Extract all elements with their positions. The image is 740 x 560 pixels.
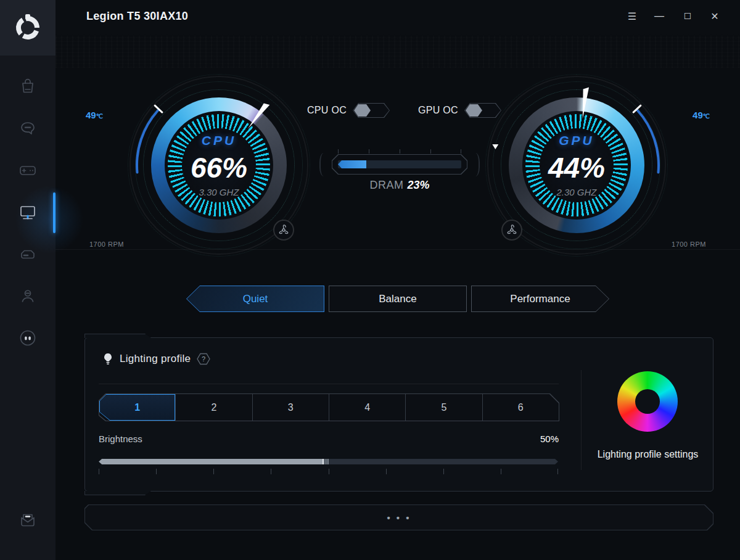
emoji-face-icon xyxy=(17,327,38,348)
mode-performance-button[interactable]: Performance xyxy=(471,286,609,312)
maximize-button[interactable]: ☐ xyxy=(678,7,697,25)
cpu-label: CPU xyxy=(202,133,236,148)
user-icon xyxy=(18,286,38,306)
lighting-panel-title: Lighting profile xyxy=(120,353,191,365)
cpu-gauge: CPU 66% 3.30 GHZ 49℃ 1700 RPM xyxy=(126,73,311,258)
dram-fill xyxy=(338,160,366,168)
profile-tab-3[interactable]: 3 xyxy=(253,394,329,421)
cpu-temp-unit: ℃ xyxy=(96,113,103,120)
dram-left-bracket xyxy=(319,153,328,176)
footer-expander-button[interactable]: • • • xyxy=(84,504,713,530)
thermal-mode-switcher: Quiet Balance Performance xyxy=(186,286,609,312)
lighting-profile-panel: Lighting profile ? 1 2 3 4 5 6 Brightnes… xyxy=(84,337,713,492)
lighting-settings-section: Lighting profile settings xyxy=(582,338,714,492)
brightness-value: 50% xyxy=(540,434,559,444)
cpu-temp: 49℃ xyxy=(86,110,103,120)
minimize-button[interactable]: — xyxy=(650,7,668,25)
profile-tab-5[interactable]: 5 xyxy=(406,394,482,421)
sidebar xyxy=(0,0,56,560)
sidebar-item-inbox[interactable] xyxy=(0,500,56,540)
help-icon[interactable]: ? xyxy=(197,353,210,365)
close-button[interactable]: ✕ xyxy=(705,7,724,25)
brightness-slider-ticks xyxy=(99,469,558,474)
profile-tab-1-label: 1 xyxy=(100,395,175,420)
brightness-slider-knob[interactable] xyxy=(323,454,334,469)
dashboard: CPU 66% 3.30 GHZ 49℃ 1700 RPM GPU 44% xyxy=(56,0,740,560)
profile-tabs-face: 1 2 3 4 5 6 xyxy=(99,394,559,421)
gpu-fan-rpm: 1700 RPM xyxy=(672,241,706,248)
gpu-oc-row: GPU OC xyxy=(418,102,501,118)
sidebar-item-store[interactable] xyxy=(0,67,56,106)
page-title: Legion T5 30IAX10 xyxy=(86,10,188,23)
dram-label: DRAM xyxy=(369,179,403,191)
dram-track xyxy=(338,160,461,168)
gpu-temp: 49℃ xyxy=(693,110,710,120)
color-wheel-hole xyxy=(635,389,660,414)
gpu-fan-icon xyxy=(501,220,522,241)
app-menu-button[interactable]: ☰ xyxy=(623,7,641,25)
gpu-oc-toggle[interactable] xyxy=(464,103,501,118)
sidebar-item-device[interactable] xyxy=(0,192,56,232)
cpu-oc-toggle[interactable] xyxy=(353,103,390,118)
gpu-oc-label: GPU OC xyxy=(418,105,458,116)
circuit-texture xyxy=(56,36,740,68)
mode-balance-button[interactable]: Balance xyxy=(329,286,467,312)
sidebar-item-messages[interactable] xyxy=(0,109,56,148)
dram-value: 23% xyxy=(407,179,429,191)
sidebar-item-feedback[interactable] xyxy=(0,318,56,358)
active-nav-indicator xyxy=(53,192,56,233)
dram-marker-lane xyxy=(338,144,495,149)
gpu-gauge: GPU 44% 2.30 GHZ 49℃ 1700 RPM xyxy=(484,73,669,258)
dram-right-bracket xyxy=(471,153,480,176)
console-drive-icon xyxy=(17,244,38,265)
lighting-panel-header: Lighting profile ? xyxy=(102,353,210,365)
more-ellipsis: • • • xyxy=(85,505,713,530)
chat-bubble-icon xyxy=(18,118,38,138)
cpu-fan-icon xyxy=(273,220,294,241)
profile-tab-2[interactable]: 2 xyxy=(176,394,252,421)
panel-bottom-notch xyxy=(84,491,151,495)
gamepad-icon xyxy=(17,160,38,181)
sidebar-item-account[interactable] xyxy=(0,276,56,316)
mode-quiet-label: Quiet xyxy=(187,286,324,311)
profile-tab-1[interactable]: 1 xyxy=(99,394,176,421)
gpu-temp-unit: ℃ xyxy=(703,113,710,120)
sidebar-item-storage[interactable] xyxy=(0,234,56,274)
mode-performance-label: Performance xyxy=(472,286,609,311)
svg-text:?: ? xyxy=(202,355,205,363)
inbox-mail-icon xyxy=(17,509,38,530)
legion-logo[interactable] xyxy=(0,0,56,56)
panel-divider xyxy=(99,384,559,384)
gpu-temp-value: 49 xyxy=(693,110,703,120)
profile-tab-6[interactable]: 6 xyxy=(483,394,559,421)
brightness-knob-face xyxy=(324,455,333,468)
shopping-bag-icon xyxy=(18,76,38,96)
lightbulb-icon xyxy=(102,353,113,365)
dram-readout: DRAM23% xyxy=(332,179,467,192)
cpu-readout: CPU 66% 3.30 GHZ xyxy=(182,128,256,202)
gpu-readout: GPU 44% 2.30 GHZ xyxy=(540,128,614,202)
lighting-profile-tabs: 1 2 3 4 5 6 xyxy=(99,393,559,421)
gpu-clock-value: 2.30 GHZ xyxy=(556,187,596,197)
lighting-settings-label[interactable]: Lighting profile settings xyxy=(582,449,714,460)
cpu-load-value: 66% xyxy=(191,151,247,184)
gpu-load-value: 44% xyxy=(548,151,605,184)
legion-ring-icon xyxy=(14,14,42,42)
cpu-clock-value: 3.30 GHZ xyxy=(199,187,239,197)
monitor-icon xyxy=(17,202,38,223)
profile-tab-4[interactable]: 4 xyxy=(329,394,406,421)
cpu-fan-rpm: 1700 RPM xyxy=(89,241,124,248)
mode-quiet-button[interactable]: Quiet xyxy=(186,286,324,312)
sidebar-item-games[interactable] xyxy=(0,150,56,190)
brightness-slider[interactable] xyxy=(99,459,558,464)
brightness-slider-fill xyxy=(99,459,329,464)
brightness-row: Brightness 50% xyxy=(99,434,559,444)
color-wheel-icon[interactable] xyxy=(617,371,678,432)
dram-scale-ticks xyxy=(338,149,461,154)
brightness-label: Brightness xyxy=(99,434,142,444)
gpu-label: GPU xyxy=(559,133,594,148)
cpu-temp-value: 49 xyxy=(86,110,96,120)
panel-top-notch xyxy=(84,334,151,338)
cpu-oc-label: CPU OC xyxy=(307,105,347,116)
mode-balance-label: Balance xyxy=(329,286,466,311)
